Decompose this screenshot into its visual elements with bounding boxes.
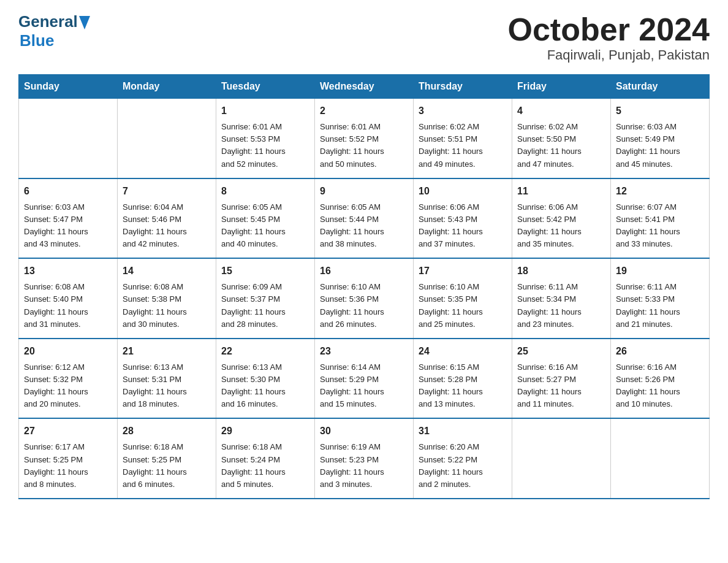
- day-info: Sunrise: 6:14 AM Sunset: 5:29 PM Dayligh…: [320, 361, 408, 411]
- calendar-cell: 15Sunrise: 6:09 AM Sunset: 5:37 PM Dayli…: [216, 258, 315, 339]
- calendar-cell: 24Sunrise: 6:15 AM Sunset: 5:28 PM Dayli…: [414, 339, 512, 419]
- day-info: Sunrise: 6:04 AM Sunset: 5:46 PM Dayligh…: [123, 201, 211, 251]
- calendar-cell: 11Sunrise: 6:06 AM Sunset: 5:42 PM Dayli…: [512, 178, 611, 259]
- calendar-table: Sunday Monday Tuesday Wednesday Thursday…: [18, 74, 710, 499]
- day-info: Sunrise: 6:01 AM Sunset: 5:53 PM Dayligh…: [221, 121, 309, 170]
- calendar-cell: 20Sunrise: 6:12 AM Sunset: 5:32 PM Dayli…: [19, 339, 118, 419]
- calendar-cell: 29Sunrise: 6:18 AM Sunset: 5:24 PM Dayli…: [216, 418, 315, 499]
- calendar-subtitle: Faqirwali, Punjab, Pakistan: [508, 47, 710, 63]
- logo-general-text: General: [18, 12, 78, 31]
- calendar-cell: [118, 99, 216, 178]
- day-info: Sunrise: 6:06 AM Sunset: 5:42 PM Dayligh…: [517, 201, 605, 251]
- calendar-cell: [611, 418, 710, 499]
- day-info: Sunrise: 6:01 AM Sunset: 5:52 PM Dayligh…: [320, 121, 408, 170]
- day-info: Sunrise: 6:12 AM Sunset: 5:32 PM Dayligh…: [24, 361, 112, 411]
- header-friday: Friday: [512, 75, 611, 99]
- day-number: 23: [320, 344, 408, 359]
- logo: General Blue: [18, 12, 90, 50]
- day-info: Sunrise: 6:08 AM Sunset: 5:38 PM Dayligh…: [123, 281, 211, 331]
- day-info: Sunrise: 6:18 AM Sunset: 5:24 PM Dayligh…: [221, 441, 309, 491]
- day-number: 2: [320, 104, 408, 118]
- day-info: Sunrise: 6:05 AM Sunset: 5:44 PM Dayligh…: [320, 201, 408, 251]
- day-info: Sunrise: 6:11 AM Sunset: 5:33 PM Dayligh…: [616, 281, 704, 331]
- svg-marker-0: [79, 16, 90, 29]
- calendar-week-row: 20Sunrise: 6:12 AM Sunset: 5:32 PM Dayli…: [19, 339, 710, 419]
- calendar-cell: 5Sunrise: 6:03 AM Sunset: 5:49 PM Daylig…: [611, 99, 710, 178]
- calendar-cell: 12Sunrise: 6:07 AM Sunset: 5:41 PM Dayli…: [611, 178, 710, 259]
- day-number: 10: [419, 184, 507, 199]
- page-header: General Blue October 2024 Faqirwali, Pun…: [18, 12, 710, 63]
- day-number: 1: [221, 104, 309, 118]
- day-number: 19: [616, 264, 704, 278]
- day-info: Sunrise: 6:19 AM Sunset: 5:23 PM Dayligh…: [320, 441, 408, 491]
- day-number: 4: [517, 104, 605, 118]
- day-number: 5: [616, 104, 704, 118]
- calendar-cell: 2Sunrise: 6:01 AM Sunset: 5:52 PM Daylig…: [315, 99, 414, 178]
- calendar-header-row: Sunday Monday Tuesday Wednesday Thursday…: [19, 75, 710, 99]
- header-tuesday: Tuesday: [216, 75, 315, 99]
- calendar-cell: 8Sunrise: 6:05 AM Sunset: 5:45 PM Daylig…: [216, 178, 315, 259]
- day-info: Sunrise: 6:02 AM Sunset: 5:50 PM Dayligh…: [517, 121, 605, 170]
- day-number: 29: [221, 424, 309, 439]
- title-block: October 2024 Faqirwali, Punjab, Pakistan: [508, 12, 710, 63]
- calendar-cell: 30Sunrise: 6:19 AM Sunset: 5:23 PM Dayli…: [315, 418, 414, 499]
- day-number: 11: [517, 184, 605, 199]
- day-number: 7: [123, 184, 211, 199]
- calendar-cell: 14Sunrise: 6:08 AM Sunset: 5:38 PM Dayli…: [118, 258, 216, 339]
- day-number: 13: [24, 264, 112, 278]
- day-number: 9: [320, 184, 408, 199]
- calendar-cell: 31Sunrise: 6:20 AM Sunset: 5:22 PM Dayli…: [414, 418, 512, 499]
- calendar-cell: 25Sunrise: 6:16 AM Sunset: 5:27 PM Dayli…: [512, 339, 611, 419]
- calendar-cell: 4Sunrise: 6:02 AM Sunset: 5:50 PM Daylig…: [512, 99, 611, 178]
- calendar-cell: 22Sunrise: 6:13 AM Sunset: 5:30 PM Dayli…: [216, 339, 315, 419]
- day-number: 6: [24, 184, 112, 199]
- header-wednesday: Wednesday: [315, 75, 414, 99]
- day-number: 24: [419, 344, 507, 359]
- day-info: Sunrise: 6:11 AM Sunset: 5:34 PM Dayligh…: [517, 281, 605, 331]
- day-info: Sunrise: 6:07 AM Sunset: 5:41 PM Dayligh…: [616, 201, 704, 251]
- day-info: Sunrise: 6:16 AM Sunset: 5:27 PM Dayligh…: [517, 361, 605, 411]
- logo-blue-text: Blue: [20, 31, 54, 50]
- day-number: 22: [221, 344, 309, 359]
- calendar-cell: 16Sunrise: 6:10 AM Sunset: 5:36 PM Dayli…: [315, 258, 414, 339]
- day-number: 12: [616, 184, 704, 199]
- calendar-cell: 1Sunrise: 6:01 AM Sunset: 5:53 PM Daylig…: [216, 99, 315, 178]
- calendar-cell: 10Sunrise: 6:06 AM Sunset: 5:43 PM Dayli…: [414, 178, 512, 259]
- day-number: 21: [123, 344, 211, 359]
- calendar-cell: 28Sunrise: 6:18 AM Sunset: 5:25 PM Dayli…: [118, 418, 216, 499]
- calendar-week-row: 6Sunrise: 6:03 AM Sunset: 5:47 PM Daylig…: [19, 178, 710, 259]
- calendar-week-row: 1Sunrise: 6:01 AM Sunset: 5:53 PM Daylig…: [19, 99, 710, 178]
- calendar-cell: 21Sunrise: 6:13 AM Sunset: 5:31 PM Dayli…: [118, 339, 216, 419]
- calendar-cell: 17Sunrise: 6:10 AM Sunset: 5:35 PM Dayli…: [414, 258, 512, 339]
- day-info: Sunrise: 6:15 AM Sunset: 5:28 PM Dayligh…: [419, 361, 507, 411]
- calendar-cell: 27Sunrise: 6:17 AM Sunset: 5:25 PM Dayli…: [19, 418, 118, 499]
- calendar-cell: 13Sunrise: 6:08 AM Sunset: 5:40 PM Dayli…: [19, 258, 118, 339]
- day-number: 8: [221, 184, 309, 199]
- day-info: Sunrise: 6:13 AM Sunset: 5:30 PM Dayligh…: [221, 361, 309, 411]
- calendar-cell: [19, 99, 118, 178]
- header-saturday: Saturday: [611, 75, 710, 99]
- day-number: 14: [123, 264, 211, 278]
- day-number: 30: [320, 424, 408, 439]
- day-number: 27: [24, 424, 112, 439]
- calendar-title: October 2024: [508, 12, 710, 47]
- calendar-week-row: 13Sunrise: 6:08 AM Sunset: 5:40 PM Dayli…: [19, 258, 710, 339]
- logo-arrow-icon: [79, 16, 90, 29]
- calendar-cell: 18Sunrise: 6:11 AM Sunset: 5:34 PM Dayli…: [512, 258, 611, 339]
- calendar-week-row: 27Sunrise: 6:17 AM Sunset: 5:25 PM Dayli…: [19, 418, 710, 499]
- day-info: Sunrise: 6:02 AM Sunset: 5:51 PM Dayligh…: [419, 121, 507, 170]
- header-thursday: Thursday: [414, 75, 512, 99]
- day-number: 16: [320, 264, 408, 278]
- calendar-cell: 23Sunrise: 6:14 AM Sunset: 5:29 PM Dayli…: [315, 339, 414, 419]
- header-monday: Monday: [118, 75, 216, 99]
- day-info: Sunrise: 6:10 AM Sunset: 5:35 PM Dayligh…: [419, 281, 507, 331]
- day-number: 28: [123, 424, 211, 439]
- day-number: 26: [616, 344, 704, 359]
- day-number: 25: [517, 344, 605, 359]
- day-info: Sunrise: 6:03 AM Sunset: 5:47 PM Dayligh…: [24, 201, 112, 251]
- day-number: 20: [24, 344, 112, 359]
- day-number: 31: [419, 424, 507, 439]
- header-sunday: Sunday: [19, 75, 118, 99]
- day-info: Sunrise: 6:20 AM Sunset: 5:22 PM Dayligh…: [419, 441, 507, 491]
- day-number: 18: [517, 264, 605, 278]
